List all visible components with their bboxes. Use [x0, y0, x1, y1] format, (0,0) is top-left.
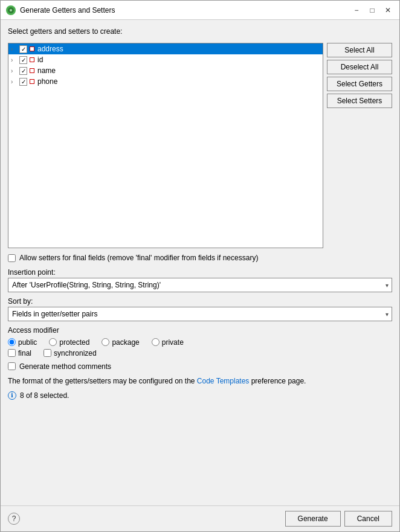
allow-setters-label: Allow setters for final fields (remove '… — [19, 253, 258, 263]
sort-by-select[interactable]: Fields in getter/setter pairs — [8, 307, 392, 321]
select-getters-button[interactable]: Select Getters — [327, 77, 392, 91]
bottom-bar: ? Generate Cancel — [1, 505, 399, 531]
status-text: 8 of 8 selected. — [20, 391, 69, 400]
bottom-buttons: Generate Cancel — [285, 511, 392, 527]
checkbox-id[interactable] — [19, 56, 27, 64]
dialog-window: Generate Getters and Setters − □ ✕ Selec… — [0, 0, 400, 532]
checkbox-final-label: final — [18, 349, 31, 357]
checkbox-address[interactable] — [19, 45, 27, 53]
sort-by-label: Sort by: — [8, 297, 392, 306]
radio-public[interactable]: public — [8, 338, 37, 347]
generate-comments-checkbox[interactable] — [8, 362, 16, 370]
info-text: The format of the getters/setters may be… — [8, 376, 392, 386]
checkbox-final-input[interactable] — [8, 349, 16, 357]
insertion-point-label: Insertion point: — [8, 268, 392, 277]
field-list-box[interactable]: › address › id › name — [8, 43, 323, 248]
expand-arrow-id: › — [11, 57, 18, 63]
info-icon: ℹ — [8, 391, 16, 400]
radio-public-input[interactable] — [8, 338, 16, 346]
generate-button[interactable]: Generate — [285, 511, 341, 527]
field-type-icon-address — [30, 46, 34, 51]
access-modifier-title: Access modifier — [8, 326, 392, 335]
help-button[interactable]: ? — [8, 513, 20, 525]
side-buttons: Select All Deselect All Select Getters S… — [327, 43, 392, 248]
checkbox-phone[interactable] — [19, 78, 27, 86]
radio-private-label: private — [162, 338, 184, 347]
checkbox-name[interactable] — [19, 67, 27, 75]
select-all-button[interactable]: Select All — [327, 43, 392, 57]
info-text-prefix: The format of the getters/setters may be… — [8, 377, 197, 385]
checkbox-synchronized[interactable]: synchronized — [44, 349, 97, 357]
dialog-content: Select getters and setters to create: › … — [1, 20, 399, 505]
field-item-phone[interactable]: › phone — [8, 76, 323, 87]
status-row: ℹ 8 of 8 selected. — [8, 391, 392, 400]
field-name-name: name — [37, 66, 56, 75]
instruction-label: Select getters and setters to create: — [8, 27, 392, 36]
radio-package-input[interactable] — [102, 338, 109, 346]
insertion-point-group: Insertion point: After 'UserProfile(Stri… — [8, 268, 392, 292]
insertion-point-select[interactable]: After 'UserProfile(String, String, Strin… — [8, 278, 392, 292]
close-button[interactable]: ✕ — [381, 4, 395, 17]
field-name-phone: phone — [37, 77, 57, 86]
title-bar: Generate Getters and Setters − □ ✕ — [1, 1, 399, 20]
app-icon — [5, 5, 16, 16]
field-name-address: address — [37, 45, 63, 53]
allow-setters-row: Allow setters for final fields (remove '… — [8, 253, 392, 263]
svg-point-2 — [10, 9, 12, 11]
radio-row: public protected package private — [8, 338, 392, 347]
insertion-point-wrapper: After 'UserProfile(String, String, Strin… — [8, 278, 392, 292]
generate-comments-label: Generate method comments — [19, 362, 111, 371]
radio-package[interactable]: package — [102, 338, 139, 347]
info-text-suffix: preference page. — [249, 377, 306, 385]
expand-arrow-name: › — [11, 68, 18, 74]
allow-setters-checkbox[interactable] — [8, 254, 16, 262]
cancel-button[interactable]: Cancel — [344, 511, 392, 527]
expand-arrow-address: › — [11, 46, 18, 53]
field-name-id: id — [37, 56, 43, 64]
field-item-address[interactable]: › address — [8, 43, 323, 54]
expand-arrow-phone: › — [11, 79, 18, 85]
modifier-checkbox-row: final synchronized — [8, 349, 392, 357]
window-controls: − □ ✕ — [350, 4, 395, 17]
sort-by-group: Sort by: Fields in getter/setter pairs ▾ — [8, 297, 392, 321]
radio-public-label: public — [18, 338, 37, 347]
field-type-icon-id — [30, 57, 34, 62]
code-templates-link[interactable]: Code Templates — [197, 377, 250, 385]
field-type-icon-name — [30, 68, 34, 73]
access-modifier-section: Access modifier public protected package… — [8, 326, 392, 357]
checkbox-synchronized-input[interactable] — [44, 349, 51, 357]
field-list-area: › address › id › name — [8, 43, 392, 248]
minimize-button[interactable]: − — [350, 4, 363, 17]
radio-package-label: package — [112, 338, 139, 347]
field-item-id[interactable]: › id — [8, 54, 323, 65]
radio-protected-input[interactable] — [49, 338, 57, 346]
checkbox-final[interactable]: final — [8, 349, 31, 357]
sort-by-wrapper: Fields in getter/setter pairs ▾ — [8, 307, 392, 321]
radio-protected[interactable]: protected — [49, 338, 89, 347]
radio-private-input[interactable] — [152, 338, 160, 346]
radio-private[interactable]: private — [152, 338, 184, 347]
field-type-icon-phone — [30, 79, 34, 84]
maximize-button[interactable]: □ — [366, 4, 379, 17]
select-setters-button[interactable]: Select Setters — [327, 94, 392, 108]
checkbox-synchronized-label: synchronized — [54, 349, 97, 357]
radio-protected-label: protected — [59, 338, 89, 347]
generate-comments-row: Generate method comments — [8, 362, 392, 371]
field-item-name[interactable]: › name — [8, 65, 323, 76]
deselect-all-button[interactable]: Deselect All — [327, 60, 392, 74]
window-title: Generate Getters and Setters — [20, 6, 350, 14]
